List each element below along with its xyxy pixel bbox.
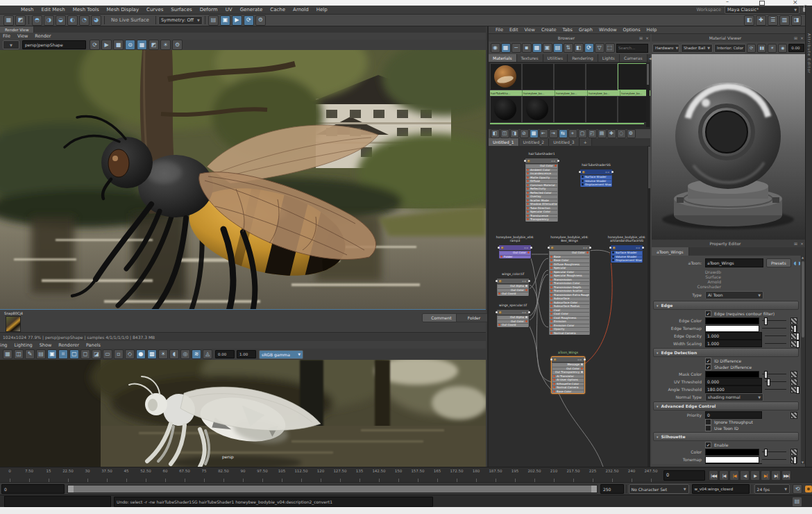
safe-title-icon[interactable]: ▫ [114, 349, 124, 359]
panel-menu-item[interactable]: Shading [0, 342, 7, 348]
slider-handle[interactable] [764, 317, 768, 325]
checkbox[interactable]: ✓ [705, 442, 711, 448]
step-back-frame-button[interactable]: |◀ [719, 470, 729, 481]
snap-to-curve-icon[interactable]: ◑ [44, 15, 54, 26]
hypershade-menu-item[interactable]: Window [599, 27, 617, 33]
graph-node[interactable]: hairTubeShader1▫▫Out ColorAmbient ColorI… [525, 158, 559, 222]
range-bar[interactable] [67, 485, 598, 493]
main-menu-item[interactable]: Deform [200, 7, 218, 13]
material-swatch[interactable] [554, 63, 586, 90]
isolate-select-icon[interactable]: ◬ [203, 349, 212, 359]
viewer-exposure-field[interactable]: 0.00 [788, 44, 804, 52]
close-panel-icon[interactable]: × [644, 35, 650, 40]
hypershade-menu-item[interactable]: Create [541, 27, 557, 33]
frame-selection-icon[interactable]: ◰ [588, 129, 597, 138]
material-swatch[interactable] [586, 63, 618, 90]
slider-handle[interactable] [796, 333, 800, 340]
shaded-mode-icon[interactable]: ● [136, 349, 146, 359]
environment-light-icon[interactable]: ◉ [778, 44, 787, 53]
node-editor-tab[interactable]: Untitled_3 [549, 138, 580, 146]
attribute-section-header[interactable]: ▾Edge [653, 301, 799, 310]
sort-type-icon[interactable]: ◧ [574, 43, 584, 53]
symmetry-dropdown[interactable]: Symmetry: Off▼ [158, 16, 203, 25]
snap-to-point-icon[interactable]: ◒ [56, 15, 66, 26]
show-io-connections-icon[interactable]: ◫ [500, 129, 509, 138]
color-swatch[interactable] [705, 317, 759, 324]
range-end-field[interactable]: 250 [600, 484, 624, 494]
float-panel-icon[interactable]: ⊞ [793, 241, 799, 246]
value-field[interactable]: 1.000 [705, 332, 762, 340]
main-menu-item[interactable]: Edit Mesh [41, 7, 65, 13]
node-header[interactable]: ▫▫ [552, 357, 584, 363]
hypershade-menu-item[interactable]: Graph [579, 27, 593, 33]
node-header[interactable]: ▫▫ [497, 279, 529, 284]
main-menu-item[interactable]: Arnold [293, 7, 309, 13]
node-editor-tab[interactable]: + [580, 138, 592, 146]
checkbox[interactable] [705, 419, 711, 425]
attribute-section-header[interactable]: ▾Advanced Edge Control [653, 401, 799, 411]
back-icon[interactable]: ◉ [491, 43, 500, 53]
shadows-icon[interactable]: ◖ [169, 349, 179, 359]
node-header[interactable]: ▫▫ [497, 310, 529, 315]
sort-name-icon[interactable]: ⇅ [564, 43, 573, 53]
value-field[interactable]: 1.000 [705, 340, 762, 347]
add-selected-icon[interactable]: ⇤ [539, 129, 548, 138]
collapse-icon[interactable]: − [511, 43, 521, 53]
play-backwards-button[interactable]: ◀ [740, 470, 750, 481]
sidebar-vertical-tab[interactable]: Attribute Editor [807, 33, 811, 74]
slider-handle[interactable] [767, 379, 770, 386]
modeling-toolkit-icon[interactable]: ◧ [744, 15, 754, 26]
value-field[interactable]: 0 [705, 411, 762, 419]
section-collapse-icon[interactable]: ▾ [657, 435, 659, 439]
channel-box-icon[interactable]: ▥ [779, 15, 790, 26]
panel-menu-item[interactable]: Panels [86, 342, 101, 348]
hypershade-menu-item[interactable]: View [524, 27, 534, 33]
attribute-editor-icon[interactable]: ◨ [791, 15, 802, 26]
wireframe-icon[interactable]: ◇ [125, 349, 135, 359]
main-menu-item[interactable]: Generate [240, 7, 263, 13]
ipr-render-icon[interactable]: ⟳ [244, 15, 254, 26]
node-attribute-row[interactable]: Folder [500, 255, 530, 259]
close-button[interactable]: × [793, 0, 798, 6]
main-menu-item[interactable]: Mesh [21, 7, 33, 13]
workspace-dropdown[interactable]: Maya Classic*▼ [725, 6, 800, 14]
checkbox[interactable]: ✓ [705, 364, 711, 370]
clear-graph-icon[interactable]: ⊘ [520, 129, 529, 138]
character-set-dropdown[interactable]: No Character Set▼ [629, 484, 689, 494]
value-field[interactable]: 1.000 [705, 463, 762, 464]
checkbox[interactable]: ✓ [705, 358, 711, 364]
main-menu-item[interactable]: Mesh Display [107, 7, 139, 13]
redo-render-icon[interactable]: ⟳ [90, 40, 100, 50]
snapshot-icon[interactable]: ⊙ [125, 40, 135, 50]
main-menu-item[interactable]: Surfaces [171, 7, 192, 13]
options-icon[interactable]: ⚙ [627, 129, 636, 138]
colorspace-dropdown[interactable]: sRGB gamma▼ [259, 350, 303, 359]
camera-attributes-icon[interactable]: ✎ [25, 349, 35, 359]
connect-attribute-icon[interactable] [790, 449, 797, 456]
browser-tab[interactable]: Rendering [568, 54, 598, 62]
viewer-environment-dropdown[interactable]: Interior: Color▼ [714, 44, 746, 53]
node-editor-tab[interactable]: Untitled_2 [519, 138, 550, 146]
construction-history-icon[interactable]: ▤ [208, 15, 219, 26]
create-node-icon[interactable]: ✚ [607, 129, 616, 138]
go-to-end-button[interactable]: ▶▶| [781, 470, 791, 481]
attribute-slider[interactable] [765, 333, 786, 339]
node-header[interactable]: ▫▫ [580, 169, 612, 175]
panel-menu-item[interactable]: Render [35, 33, 51, 39]
checkbox[interactable] [705, 425, 711, 431]
graph-node[interactable]: honeybee_bodybie_v04:Bee_Wings▫▫Out Colo… [548, 244, 591, 335]
gate-mask-icon[interactable]: ◪ [92, 349, 101, 359]
render-current-frame-icon[interactable]: ▶ [232, 15, 242, 26]
search-input[interactable] [616, 44, 648, 53]
float-panel-icon[interactable]: ⊞ [793, 35, 799, 40]
attribute-slider[interactable] [762, 325, 786, 331]
lights-icon[interactable]: ☀ [158, 349, 168, 359]
material-swatch[interactable] [522, 96, 554, 123]
attribute-slider[interactable] [765, 386, 786, 392]
render-view-image[interactable] [0, 50, 486, 309]
section-collapse-icon[interactable]: ▾ [657, 404, 659, 408]
browser-tab[interactable]: Textures [517, 54, 543, 62]
slider-handle[interactable] [796, 340, 800, 348]
slider-handle[interactable] [793, 456, 797, 464]
attribute-slider[interactable] [765, 340, 786, 347]
